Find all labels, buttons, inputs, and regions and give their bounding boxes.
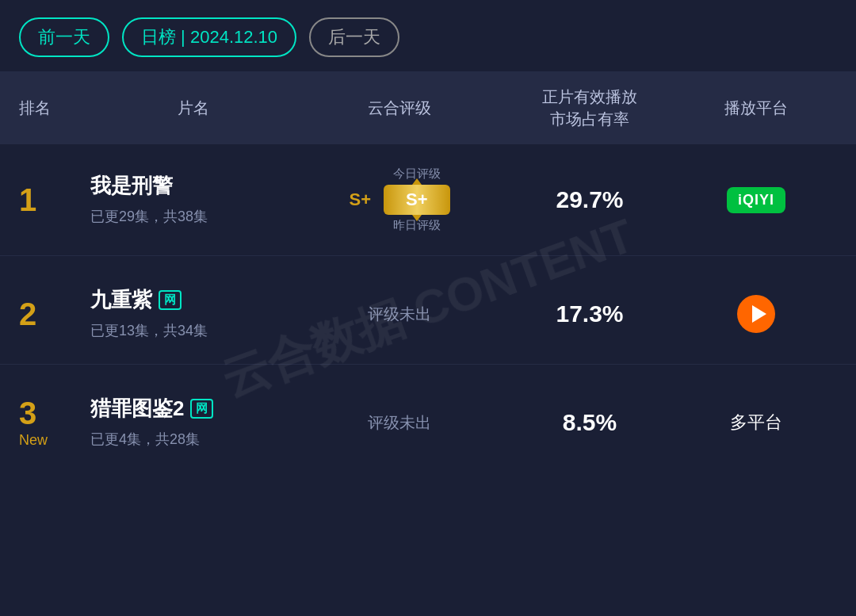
- platform-cell: [677, 294, 835, 334]
- arrow-cell[interactable]: ›: [835, 411, 856, 435]
- rank-cell: 2: [19, 298, 90, 330]
- title-name: 九重紫网: [90, 286, 296, 314]
- market-cell: 8.5%: [503, 409, 677, 436]
- rating-left-value: S+: [349, 189, 371, 210]
- title-subtitle: 已更4集，共28集: [90, 429, 296, 450]
- title-subtitle: 已更13集，共34集: [90, 320, 296, 342]
- platform-iqiyi-logo: iQIYI: [727, 187, 785, 213]
- network-badge: 网: [190, 399, 213, 419]
- rating-tooltip: 今日评级S+昨日评级: [384, 166, 450, 233]
- arrow-cell[interactable]: ›: [835, 302, 856, 327]
- platform-multi-label: 多平台: [730, 411, 782, 434]
- market-cell: 29.7%: [503, 186, 677, 213]
- header-title: 片名: [90, 97, 296, 119]
- platform-cell: 多平台: [677, 411, 835, 434]
- header-platform: 播放平台: [677, 97, 835, 119]
- table-row[interactable]: 1我是刑警已更29集，共38集S+今日评级S+昨日评级29.7%iQIYI›: [0, 144, 856, 256]
- platform-youku-icon: [736, 294, 776, 334]
- header-rank: 排名: [19, 97, 90, 119]
- date-button[interactable]: 日榜 | 2024.12.10: [122, 17, 296, 57]
- market-value: 8.5%: [503, 409, 677, 436]
- row-separator: [0, 365, 856, 373]
- rating-badge: S+: [384, 185, 450, 215]
- next-day-button[interactable]: 后一天: [309, 17, 399, 57]
- table-header: 排名 片名 云合评级 正片有效播放 市场占有率 播放平台: [0, 71, 856, 144]
- header-rating: 云合评级: [296, 97, 503, 119]
- row-separator: [0, 256, 856, 264]
- rank-cell: 3New: [19, 397, 90, 449]
- rank-number: 2: [19, 298, 90, 330]
- rating-cell: 评级未出: [296, 304, 503, 325]
- title-cell: 我是刑警已更29集，共38集: [90, 172, 296, 228]
- market-cell: 17.3%: [503, 300, 677, 327]
- title-cell: 九重紫网已更13集，共34集: [90, 286, 296, 342]
- market-value: 17.3%: [503, 300, 677, 327]
- prev-day-button[interactable]: 前一天: [19, 17, 109, 57]
- network-badge: 网: [159, 290, 182, 310]
- title-name: 猎罪图鉴2网: [90, 395, 296, 423]
- arrow-cell[interactable]: ›: [835, 188, 856, 212]
- market-value: 29.7%: [503, 186, 677, 213]
- table-row[interactable]: 2九重紫网已更13集，共34集评级未出17.3%›: [0, 264, 856, 365]
- platform-cell: iQIYI: [677, 187, 835, 213]
- title-cell: 猎罪图鉴2网已更4集，共28集: [90, 395, 296, 450]
- rating-no-out: 评级未出: [296, 304, 503, 325]
- nav-bar: 前一天 日榜 | 2024.12.10 后一天: [0, 0, 856, 71]
- rating-cell: 评级未出: [296, 412, 503, 434]
- rating-no-out: 评级未出: [296, 412, 503, 434]
- title-subtitle: 已更29集，共38集: [90, 206, 296, 228]
- table-row[interactable]: 3New猎罪图鉴2网已更4集，共28集评级未出8.5%多平台›: [0, 373, 856, 473]
- rank-number: 1: [19, 184, 90, 216]
- rank-new-label: New: [19, 432, 90, 449]
- rating-cell: S+今日评级S+昨日评级: [296, 166, 503, 233]
- table-body: 1我是刑警已更29集，共38集S+今日评级S+昨日评级29.7%iQIYI›2九…: [0, 144, 856, 473]
- title-name: 我是刑警: [90, 172, 296, 200]
- rank-number: 3: [19, 397, 90, 429]
- header-market: 正片有效播放 市场占有率: [503, 86, 677, 130]
- rank-cell: 1: [19, 184, 90, 216]
